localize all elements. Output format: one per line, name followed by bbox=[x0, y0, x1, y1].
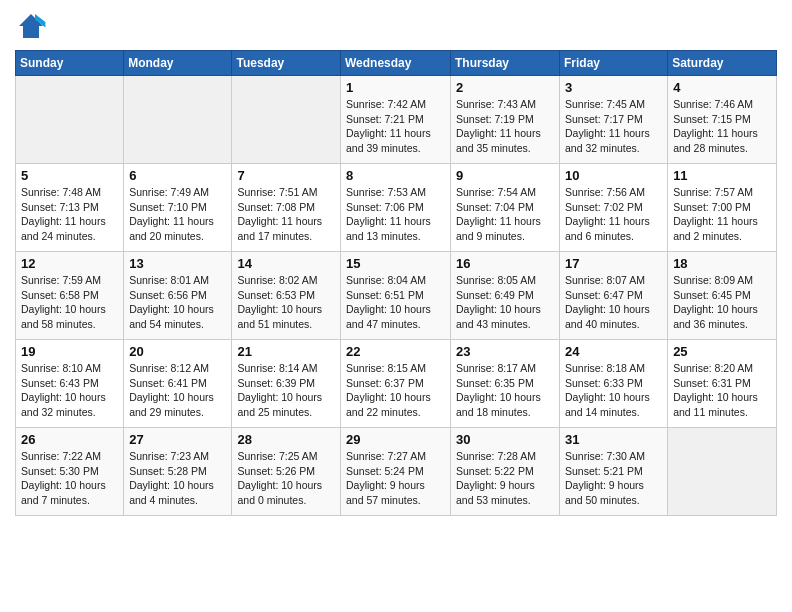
day-number: 2 bbox=[456, 80, 554, 95]
day-number: 12 bbox=[21, 256, 118, 271]
calendar-cell: 24Sunrise: 8:18 AMSunset: 6:33 PMDayligh… bbox=[560, 340, 668, 428]
logo-icon bbox=[15, 10, 47, 42]
col-header-friday: Friday bbox=[560, 51, 668, 76]
day-info: Sunrise: 7:56 AMSunset: 7:02 PMDaylight:… bbox=[565, 185, 662, 244]
calendar-cell: 5Sunrise: 7:48 AMSunset: 7:13 PMDaylight… bbox=[16, 164, 124, 252]
day-info: Sunrise: 7:54 AMSunset: 7:04 PMDaylight:… bbox=[456, 185, 554, 244]
calendar-cell: 13Sunrise: 8:01 AMSunset: 6:56 PMDayligh… bbox=[124, 252, 232, 340]
calendar-cell: 2Sunrise: 7:43 AMSunset: 7:19 PMDaylight… bbox=[451, 76, 560, 164]
calendar-cell: 30Sunrise: 7:28 AMSunset: 5:22 PMDayligh… bbox=[451, 428, 560, 516]
day-number: 23 bbox=[456, 344, 554, 359]
calendar-cell bbox=[124, 76, 232, 164]
day-info: Sunrise: 7:59 AMSunset: 6:58 PMDaylight:… bbox=[21, 273, 118, 332]
day-info: Sunrise: 8:15 AMSunset: 6:37 PMDaylight:… bbox=[346, 361, 445, 420]
day-info: Sunrise: 7:49 AMSunset: 7:10 PMDaylight:… bbox=[129, 185, 226, 244]
day-info: Sunrise: 8:09 AMSunset: 6:45 PMDaylight:… bbox=[673, 273, 771, 332]
calendar-cell: 15Sunrise: 8:04 AMSunset: 6:51 PMDayligh… bbox=[341, 252, 451, 340]
day-info: Sunrise: 8:02 AMSunset: 6:53 PMDaylight:… bbox=[237, 273, 335, 332]
day-number: 15 bbox=[346, 256, 445, 271]
day-info: Sunrise: 7:22 AMSunset: 5:30 PMDaylight:… bbox=[21, 449, 118, 508]
day-info: Sunrise: 7:48 AMSunset: 7:13 PMDaylight:… bbox=[21, 185, 118, 244]
day-number: 7 bbox=[237, 168, 335, 183]
calendar-cell: 21Sunrise: 8:14 AMSunset: 6:39 PMDayligh… bbox=[232, 340, 341, 428]
calendar-cell: 7Sunrise: 7:51 AMSunset: 7:08 PMDaylight… bbox=[232, 164, 341, 252]
calendar-week-1: 1Sunrise: 7:42 AMSunset: 7:21 PMDaylight… bbox=[16, 76, 777, 164]
calendar-cell: 19Sunrise: 8:10 AMSunset: 6:43 PMDayligh… bbox=[16, 340, 124, 428]
logo bbox=[15, 10, 49, 42]
day-number: 20 bbox=[129, 344, 226, 359]
day-number: 24 bbox=[565, 344, 662, 359]
day-info: Sunrise: 7:43 AMSunset: 7:19 PMDaylight:… bbox=[456, 97, 554, 156]
calendar-cell: 4Sunrise: 7:46 AMSunset: 7:15 PMDaylight… bbox=[668, 76, 777, 164]
day-number: 26 bbox=[21, 432, 118, 447]
col-header-wednesday: Wednesday bbox=[341, 51, 451, 76]
day-info: Sunrise: 7:25 AMSunset: 5:26 PMDaylight:… bbox=[237, 449, 335, 508]
calendar-cell: 16Sunrise: 8:05 AMSunset: 6:49 PMDayligh… bbox=[451, 252, 560, 340]
calendar-cell: 10Sunrise: 7:56 AMSunset: 7:02 PMDayligh… bbox=[560, 164, 668, 252]
calendar-cell: 3Sunrise: 7:45 AMSunset: 7:17 PMDaylight… bbox=[560, 76, 668, 164]
calendar-cell: 22Sunrise: 8:15 AMSunset: 6:37 PMDayligh… bbox=[341, 340, 451, 428]
calendar-cell: 14Sunrise: 8:02 AMSunset: 6:53 PMDayligh… bbox=[232, 252, 341, 340]
day-number: 5 bbox=[21, 168, 118, 183]
day-number: 18 bbox=[673, 256, 771, 271]
calendar-cell bbox=[668, 428, 777, 516]
page: SundayMondayTuesdayWednesdayThursdayFrid… bbox=[0, 0, 792, 612]
day-number: 9 bbox=[456, 168, 554, 183]
calendar-cell: 18Sunrise: 8:09 AMSunset: 6:45 PMDayligh… bbox=[668, 252, 777, 340]
header bbox=[15, 10, 777, 42]
calendar-cell: 20Sunrise: 8:12 AMSunset: 6:41 PMDayligh… bbox=[124, 340, 232, 428]
calendar-cell: 23Sunrise: 8:17 AMSunset: 6:35 PMDayligh… bbox=[451, 340, 560, 428]
calendar-cell: 9Sunrise: 7:54 AMSunset: 7:04 PMDaylight… bbox=[451, 164, 560, 252]
calendar-cell: 26Sunrise: 7:22 AMSunset: 5:30 PMDayligh… bbox=[16, 428, 124, 516]
day-info: Sunrise: 7:46 AMSunset: 7:15 PMDaylight:… bbox=[673, 97, 771, 156]
day-number: 22 bbox=[346, 344, 445, 359]
day-info: Sunrise: 7:45 AMSunset: 7:17 PMDaylight:… bbox=[565, 97, 662, 156]
day-number: 29 bbox=[346, 432, 445, 447]
calendar-header-row: SundayMondayTuesdayWednesdayThursdayFrid… bbox=[16, 51, 777, 76]
day-info: Sunrise: 7:30 AMSunset: 5:21 PMDaylight:… bbox=[565, 449, 662, 508]
col-header-monday: Monday bbox=[124, 51, 232, 76]
day-info: Sunrise: 8:12 AMSunset: 6:41 PMDaylight:… bbox=[129, 361, 226, 420]
day-info: Sunrise: 7:27 AMSunset: 5:24 PMDaylight:… bbox=[346, 449, 445, 508]
day-number: 30 bbox=[456, 432, 554, 447]
calendar-cell: 17Sunrise: 8:07 AMSunset: 6:47 PMDayligh… bbox=[560, 252, 668, 340]
calendar-cell: 6Sunrise: 7:49 AMSunset: 7:10 PMDaylight… bbox=[124, 164, 232, 252]
col-header-thursday: Thursday bbox=[451, 51, 560, 76]
calendar-cell: 25Sunrise: 8:20 AMSunset: 6:31 PMDayligh… bbox=[668, 340, 777, 428]
day-number: 13 bbox=[129, 256, 226, 271]
day-info: Sunrise: 8:04 AMSunset: 6:51 PMDaylight:… bbox=[346, 273, 445, 332]
day-info: Sunrise: 8:05 AMSunset: 6:49 PMDaylight:… bbox=[456, 273, 554, 332]
col-header-tuesday: Tuesday bbox=[232, 51, 341, 76]
day-info: Sunrise: 7:28 AMSunset: 5:22 PMDaylight:… bbox=[456, 449, 554, 508]
day-number: 10 bbox=[565, 168, 662, 183]
day-info: Sunrise: 7:53 AMSunset: 7:06 PMDaylight:… bbox=[346, 185, 445, 244]
col-header-saturday: Saturday bbox=[668, 51, 777, 76]
day-info: Sunrise: 7:57 AMSunset: 7:00 PMDaylight:… bbox=[673, 185, 771, 244]
day-info: Sunrise: 8:07 AMSunset: 6:47 PMDaylight:… bbox=[565, 273, 662, 332]
calendar-cell: 8Sunrise: 7:53 AMSunset: 7:06 PMDaylight… bbox=[341, 164, 451, 252]
day-number: 21 bbox=[237, 344, 335, 359]
day-info: Sunrise: 8:01 AMSunset: 6:56 PMDaylight:… bbox=[129, 273, 226, 332]
calendar-week-2: 5Sunrise: 7:48 AMSunset: 7:13 PMDaylight… bbox=[16, 164, 777, 252]
day-info: Sunrise: 7:51 AMSunset: 7:08 PMDaylight:… bbox=[237, 185, 335, 244]
calendar-cell bbox=[232, 76, 341, 164]
calendar-week-5: 26Sunrise: 7:22 AMSunset: 5:30 PMDayligh… bbox=[16, 428, 777, 516]
day-number: 8 bbox=[346, 168, 445, 183]
day-number: 28 bbox=[237, 432, 335, 447]
day-number: 6 bbox=[129, 168, 226, 183]
calendar-cell: 1Sunrise: 7:42 AMSunset: 7:21 PMDaylight… bbox=[341, 76, 451, 164]
day-number: 27 bbox=[129, 432, 226, 447]
calendar-cell: 29Sunrise: 7:27 AMSunset: 5:24 PMDayligh… bbox=[341, 428, 451, 516]
day-number: 3 bbox=[565, 80, 662, 95]
calendar-cell: 11Sunrise: 7:57 AMSunset: 7:00 PMDayligh… bbox=[668, 164, 777, 252]
day-info: Sunrise: 8:14 AMSunset: 6:39 PMDaylight:… bbox=[237, 361, 335, 420]
day-number: 11 bbox=[673, 168, 771, 183]
day-info: Sunrise: 8:17 AMSunset: 6:35 PMDaylight:… bbox=[456, 361, 554, 420]
day-info: Sunrise: 8:10 AMSunset: 6:43 PMDaylight:… bbox=[21, 361, 118, 420]
day-number: 17 bbox=[565, 256, 662, 271]
day-info: Sunrise: 7:23 AMSunset: 5:28 PMDaylight:… bbox=[129, 449, 226, 508]
calendar-week-4: 19Sunrise: 8:10 AMSunset: 6:43 PMDayligh… bbox=[16, 340, 777, 428]
day-number: 25 bbox=[673, 344, 771, 359]
calendar-week-3: 12Sunrise: 7:59 AMSunset: 6:58 PMDayligh… bbox=[16, 252, 777, 340]
day-number: 4 bbox=[673, 80, 771, 95]
